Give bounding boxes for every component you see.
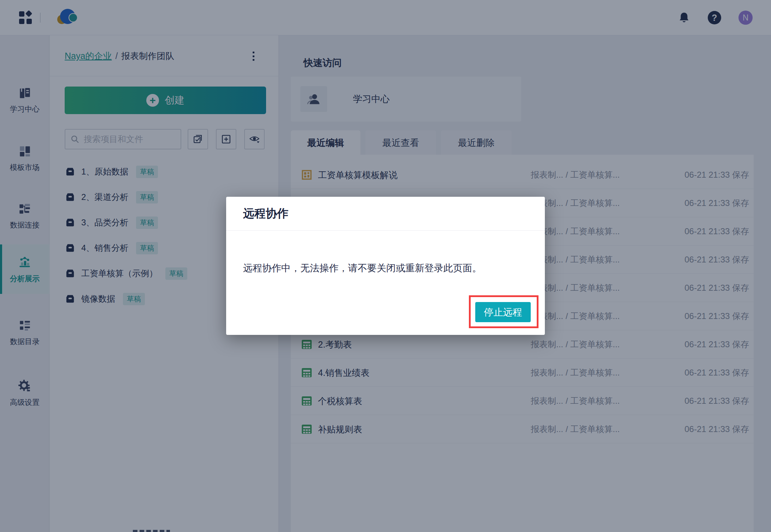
modal-body-text: 远程协作中，无法操作，请不要关闭或重新登录此页面。 [243, 262, 482, 274]
modal-title: 远程协作 [243, 206, 288, 221]
remote-collaboration-modal: 远程协作 远程协作中，无法操作，请不要关闭或重新登录此页面。 停止远程 [226, 197, 545, 335]
stop-remote-button-label: 停止远程 [484, 306, 522, 319]
app-root: ? N 学习中心模板市场数据连接分析展示数据目录高级设置推广奖励 Naya的企业… [0, 0, 771, 532]
stop-remote-button[interactable]: 停止远程 [475, 302, 531, 322]
modal-header: 远程协作 [226, 197, 545, 231]
